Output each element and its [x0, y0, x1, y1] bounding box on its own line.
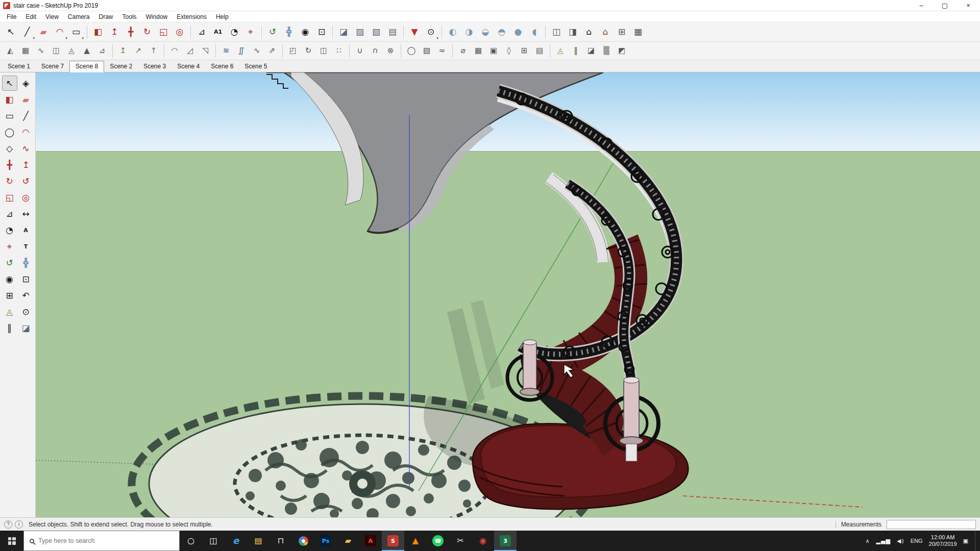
protractor-tool[interactable]: ◔ — [227, 24, 242, 40]
measurements-input[interactable] — [887, 520, 976, 529]
normal-push-pull-tool[interactable]: ↑ — [146, 44, 161, 58]
sandbox-from-scratch-tool[interactable]: ▦ — [18, 44, 33, 58]
fabric-tool[interactable]: ▨ — [420, 44, 434, 58]
arc-tool[interactable]: ◠▾ — [52, 24, 67, 40]
free-rotate-tool[interactable]: ↻ — [301, 44, 315, 58]
scene-tab-scene-2[interactable]: Scene 2 — [104, 61, 138, 72]
skin-contours-tool[interactable]: ∬ — [234, 44, 249, 58]
add-location-tool[interactable]: ▼ — [407, 24, 422, 40]
section-plane-tool[interactable]: ◪ — [336, 24, 351, 40]
menu-window[interactable]: Window — [141, 12, 173, 22]
player-app[interactable]: ◉ — [472, 531, 494, 551]
network-icon[interactable]: ▂▄▆ — [876, 538, 891, 544]
sketchup-app[interactable]: S — [382, 531, 404, 551]
3d-text-tool[interactable]: T — [18, 239, 34, 254]
zoom-tool[interactable]: ◉ — [298, 24, 313, 40]
solid-split-tool[interactable]: ◖ — [527, 24, 542, 40]
section-plane-tool[interactable]: ◪ — [18, 320, 34, 336]
offset-tool[interactable]: ◎ — [172, 24, 187, 40]
eraser-tool[interactable]: ▰ — [18, 92, 34, 107]
section-fill-toggle[interactable]: ▨ — [352, 24, 368, 40]
freehand-tool[interactable]: ∿ — [18, 141, 34, 156]
protractor-tool[interactable]: ◔ — [2, 222, 17, 238]
weld-edges-tool[interactable]: ∪ — [353, 44, 367, 58]
solid-intersect-tool[interactable]: ◓ — [494, 24, 509, 40]
menu-draw[interactable]: Draw — [94, 12, 118, 22]
rectangle-tool[interactable]: ▭ — [2, 108, 17, 123]
scene-tab-scene-1[interactable]: Scene 1 — [2, 61, 36, 72]
section-animate-tool[interactable]: ◪ — [584, 44, 598, 58]
circle-tool[interactable]: ◯ — [2, 124, 17, 140]
zoom-window-tool[interactable]: ⊡ — [18, 271, 34, 287]
wave-surface-tool[interactable]: ≈ — [435, 44, 449, 58]
snipping-app[interactable]: ✂ — [449, 531, 472, 551]
sharp-corner-tool[interactable]: ◹ — [198, 44, 212, 58]
model-info-icon[interactable]: ▦ — [630, 24, 646, 40]
vector-push-pull-tool[interactable]: ↗ — [131, 44, 145, 58]
solid-trim-tool[interactable]: ◒ — [478, 24, 493, 40]
app-3[interactable]: 3 — [494, 531, 517, 551]
close-button[interactable]: × — [957, 0, 980, 11]
shape-bender-tool[interactable]: ∿ — [250, 44, 264, 58]
outer-shell-tool[interactable]: ● — [510, 24, 526, 40]
extrude-edges-tool[interactable]: ⇗ — [265, 44, 279, 58]
push-pull-tool[interactable]: ↥ — [107, 24, 122, 40]
photoshop-app[interactable]: Ps — [314, 531, 337, 551]
loft-tool[interactable]: ≋ — [219, 44, 233, 58]
previous-view-tool[interactable]: ↶ — [18, 288, 34, 303]
zoom-tool[interactable]: ◉ — [2, 271, 17, 287]
free-scale-tool[interactable]: ◰ — [286, 44, 300, 58]
scale-tool[interactable]: ◱ — [2, 190, 17, 205]
split-faces-tool[interactable]: ⊗ — [383, 44, 398, 58]
scene-tab-scene-6[interactable]: Scene 6 — [205, 61, 239, 72]
section-display-toggle[interactable]: ▧ — [369, 24, 384, 40]
solid-union-tool[interactable]: ◐ — [445, 24, 460, 40]
section-cut-toggle[interactable]: ▤ — [385, 24, 400, 40]
menu-camera[interactable]: Camera — [63, 12, 94, 22]
start-button[interactable] — [0, 531, 23, 551]
chrome-app[interactable] — [292, 531, 314, 551]
scene-tab-scene-5[interactable]: Scene 5 — [239, 61, 273, 72]
joint-push-pull-tool[interactable]: ↥ — [116, 44, 130, 58]
info-icon[interactable]: i — [15, 520, 23, 529]
move-tool[interactable]: ╋ — [123, 24, 138, 40]
fog-toggle[interactable]: ▒ — [599, 44, 614, 58]
file-explorer-app[interactable]: ▤ — [247, 531, 270, 551]
bevel-corner-tool[interactable]: ◿ — [183, 44, 197, 58]
orbit-tool[interactable]: ↺ — [2, 255, 17, 270]
move-tool[interactable]: ╋ — [2, 157, 17, 172]
language-indicator[interactable]: ENG — [911, 538, 923, 544]
hidden-icons-chevron[interactable]: ∧ — [865, 538, 870, 544]
component-browser-icon[interactable]: ⊞ — [614, 24, 629, 40]
pipe-along-path-tool[interactable]: ⌀ — [456, 44, 470, 58]
array-copy-tool[interactable]: ∷ — [332, 44, 346, 58]
line-tool[interactable]: ╱ — [18, 108, 34, 123]
flip-edge-tool[interactable]: ⊿ — [95, 44, 109, 58]
scale-tool[interactable]: ◱ — [156, 24, 171, 40]
text-tool[interactable]: A1 — [210, 24, 226, 40]
intersect-faces-tool[interactable]: ∩ — [368, 44, 382, 58]
show-desktop-button[interactable] — [975, 531, 978, 551]
offset-tool[interactable]: ◎ — [18, 190, 34, 205]
paint-bucket-tool[interactable]: ◧ — [2, 92, 17, 107]
sandbox-from-contours-tool[interactable]: ◭ — [3, 44, 17, 58]
camera-position-tool[interactable]: ◬ — [553, 44, 568, 58]
maximize-button[interactable]: ▢ — [933, 0, 957, 11]
pan-tool[interactable]: ╬ — [18, 255, 34, 270]
menu-file[interactable]: File — [2, 12, 21, 22]
drape-tool[interactable]: ◬ — [64, 44, 79, 58]
polygon-tool[interactable]: ◇ — [2, 141, 17, 156]
scene-tab-scene-3[interactable]: Scene 3 — [138, 61, 172, 72]
volume-icon[interactable]: ◀) — [897, 538, 904, 544]
axes-tool[interactable]: ⌖ — [243, 24, 258, 40]
truss-maker-tool[interactable]: ◊ — [502, 44, 516, 58]
mirror-tool[interactable]: ◫ — [316, 44, 331, 58]
grid-tool[interactable]: ⊞ — [517, 44, 531, 58]
shadow-toggle[interactable]: ◩ — [615, 44, 629, 58]
line-tool[interactable]: ╱▾ — [19, 24, 35, 40]
pan-tool[interactable]: ╬ — [281, 24, 297, 40]
materials-browser-icon[interactable]: ◫ — [549, 24, 564, 40]
zoom-extents-tool[interactable]: ⊞ — [2, 288, 17, 303]
lattice-maker-tool[interactable]: ▦ — [471, 44, 485, 58]
text-tool[interactable]: A — [18, 222, 34, 238]
